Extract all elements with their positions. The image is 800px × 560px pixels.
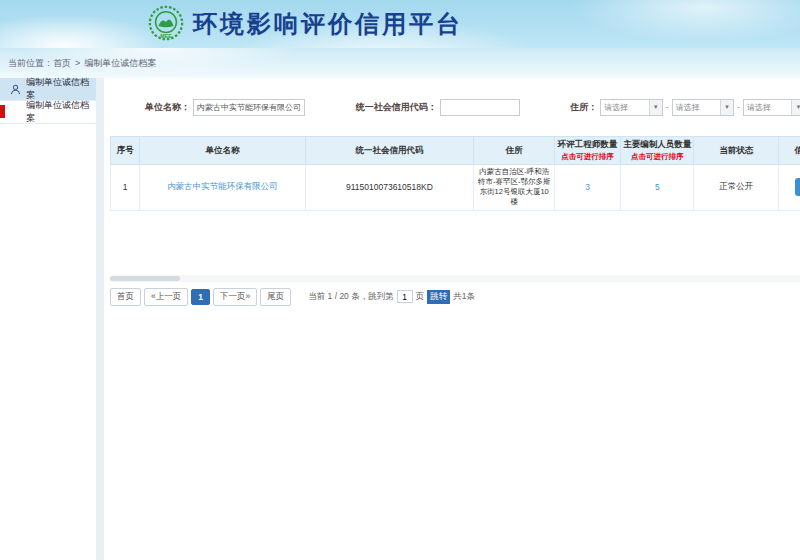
status-value: 正常公开 [694, 165, 778, 211]
city-select[interactable]: 请选择 ▼ [672, 99, 734, 116]
col-engineer-count-sortable[interactable]: 环评工程师数量 点击可进行排序 [555, 137, 621, 165]
row-index: 1 [111, 165, 140, 211]
province-select[interactable]: 请选择 ▼ [600, 99, 662, 116]
filter-bar: 单位名称： 统一社会信用代码： 住所： 请选择 ▼ - 请选择 ▼ - 请选择 … [110, 90, 800, 124]
sidebar-item-credit-archive[interactable]: 编制单位诚信档案 [0, 101, 96, 124]
unit-name-link[interactable]: 内蒙古中实节能环保有限公司 [167, 181, 278, 191]
mee-logo-icon: MEE [147, 5, 185, 43]
horizontal-scrollbar[interactable] [110, 275, 800, 282]
sidebar-item-credit-archive-parent[interactable]: 编制单位诚信档案 [0, 78, 96, 101]
brand: MEE 环境影响评价信用平台 [147, 5, 463, 43]
page-title: 环境影响评价信用平台 [193, 8, 463, 40]
engineer-count-link[interactable]: 3 [585, 182, 590, 192]
table-row: 1 内蒙古中实节能环保有限公司 9115010073610518KD 内蒙古自治… [111, 165, 800, 211]
jump-button[interactable]: 跳转 [427, 290, 450, 304]
staff-count-link[interactable]: 5 [655, 182, 660, 192]
main-panel: 单位名称： 统一社会信用代码： 住所： 请选择 ▼ - 请选择 ▼ - 请选择 … [104, 78, 800, 560]
sort-hint: 点击可进行排序 [622, 152, 692, 162]
chevron-down-icon: ▼ [720, 100, 733, 115]
last-page-button[interactable]: 尾页 [260, 288, 291, 306]
col-status: 当前状态 [694, 137, 778, 165]
breadcrumb-label: 当前位置： [8, 57, 53, 70]
chevron-down-icon: ▼ [649, 100, 662, 115]
breadcrumb-current: 编制单位诚信档案 [84, 57, 156, 70]
svg-text:MEE: MEE [160, 33, 172, 39]
breadcrumb-home-link[interactable]: 首页 [53, 57, 71, 70]
pagination-info: 当前 1 / 20 条，跳到第 页 跳转 共1条 [308, 290, 475, 304]
credit-code-value: 9115010073610518KD [305, 165, 474, 211]
detail-button[interactable]: 详情 [795, 178, 800, 196]
table-header-row: 序号 单位名称 统一社会信用代码 住所 环评工程师数量 点击可进行排序 主要编制… [111, 137, 800, 165]
unit-name-input[interactable] [193, 99, 305, 116]
credit-code-label: 统一社会信用代码： [356, 101, 437, 114]
user-icon [10, 84, 21, 95]
address-label: 住所： [570, 101, 597, 114]
results-table: 序号 单位名称 统一社会信用代码 住所 环评工程师数量 点击可进行排序 主要编制… [110, 136, 800, 211]
pagination-bar: 首页 «上一页 1 下一页» 尾页 当前 1 / 20 条，跳到第 页 跳转 共… [110, 288, 800, 306]
chevron-down-icon: ▼ [791, 100, 800, 115]
sort-hint: 点击可进行排序 [556, 152, 619, 162]
page-1-button[interactable]: 1 [191, 289, 210, 305]
col-credit-code: 统一社会信用代码 [305, 137, 474, 165]
red-flag-icon [0, 105, 5, 118]
breadcrumb-separator: > [75, 58, 80, 68]
sidebar-divider [96, 78, 104, 560]
next-page-button[interactable]: 下一页» [213, 288, 257, 306]
scrollbar-thumb[interactable] [110, 276, 180, 281]
first-page-button[interactable]: 首页 [110, 288, 141, 306]
sidebar-item-label: 编制单位诚信档案 [26, 99, 96, 125]
col-address: 住所 [474, 137, 555, 165]
jump-page-input[interactable] [397, 290, 413, 303]
app-header: MEE 环境影响评价信用平台 [0, 0, 800, 48]
district-select[interactable]: 请选择 ▼ [743, 99, 800, 116]
breadcrumb: 当前位置： 首页 > 编制单位诚信档案 [0, 48, 800, 78]
prev-page-button[interactable]: «上一页 [144, 288, 188, 306]
sidebar: 编制单位诚信档案 编制单位诚信档案 [0, 78, 96, 560]
col-unit-name: 单位名称 [140, 137, 305, 165]
total-count: 共1条 [453, 291, 475, 303]
col-index: 序号 [111, 137, 140, 165]
credit-code-input[interactable] [440, 99, 520, 116]
col-credit-record: 信用记录 [778, 137, 800, 165]
col-staff-count-sortable[interactable]: 主要编制人员数量 点击可进行排序 [621, 137, 694, 165]
address-value: 内蒙古自治区-呼和浩特市-赛罕区-鄂尔多斯东街12号银联大厦10楼 [474, 165, 555, 211]
unit-name-label: 单位名称： [145, 101, 190, 114]
